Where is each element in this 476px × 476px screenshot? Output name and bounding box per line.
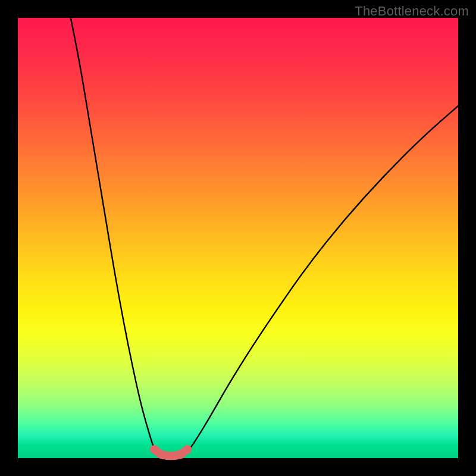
optimal-dot <box>183 445 192 453</box>
bottleneck-curve <box>71 18 458 456</box>
optimal-dot <box>177 450 185 459</box>
curve-layer <box>0 0 476 476</box>
optimal-dot <box>150 445 158 453</box>
